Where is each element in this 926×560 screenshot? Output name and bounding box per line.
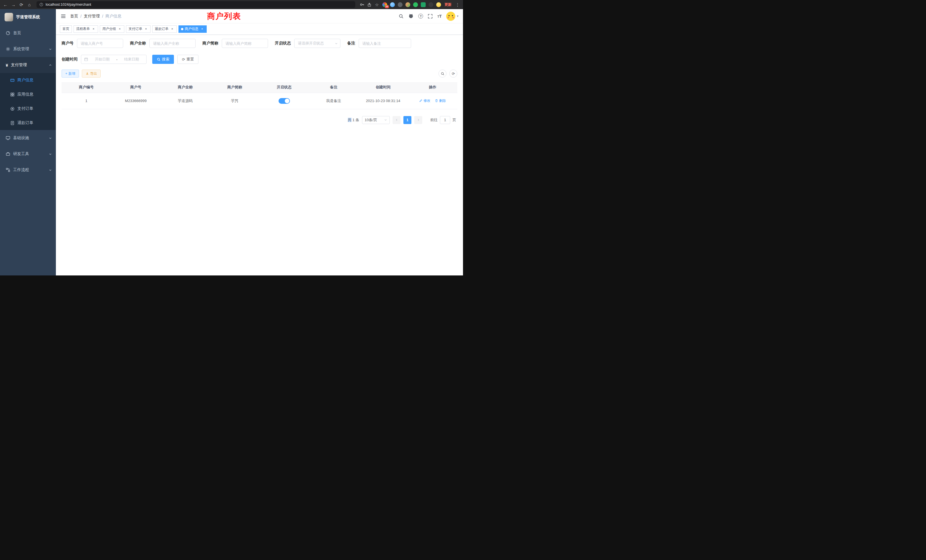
- sidebar-item-home[interactable]: 首页: [0, 25, 56, 41]
- chevron-up-icon: [49, 64, 52, 67]
- tab-label: 用户分组: [102, 27, 116, 31]
- tab-close-icon[interactable]: ×: [200, 27, 204, 31]
- fullscreen-icon[interactable]: [428, 14, 433, 19]
- app-logo[interactable]: 芋道管理系统: [0, 9, 56, 25]
- hamburger-icon[interactable]: [61, 14, 66, 19]
- sidebar-item-refund-orders[interactable]: 退款订单: [0, 116, 56, 130]
- sidebar-item-merchant-info[interactable]: 商户信息: [0, 73, 56, 87]
- help-icon[interactable]: ?: [418, 14, 423, 18]
- col-merchant-id: 商户编号: [62, 82, 111, 93]
- reload-icon[interactable]: ⟳: [19, 3, 24, 7]
- home-icon[interactable]: ⌂: [27, 3, 32, 7]
- forward-icon[interactable]: →: [11, 3, 16, 7]
- breadcrumb-section[interactable]: 支付管理: [84, 14, 100, 19]
- next-page-button[interactable]: [414, 116, 422, 124]
- full-name-input[interactable]: [150, 39, 195, 48]
- tab-process-form[interactable]: 流程表单 ×: [74, 26, 98, 33]
- avatar-extension-icon[interactable]: [406, 2, 410, 7]
- dark-circle-extension-icon[interactable]: [398, 2, 402, 7]
- table-toolbar: + 新增 导出: [62, 70, 457, 77]
- site-info-icon[interactable]: [39, 3, 43, 6]
- sidebar-item-label: 退款订单: [17, 120, 33, 126]
- url-bar[interactable]: localhost:1024/pay/merchant: [36, 1, 355, 8]
- create-time-label: 创建时间: [62, 57, 77, 62]
- bookmark-star-icon[interactable]: ☆: [374, 3, 380, 7]
- sidebar-item-dev-tools[interactable]: 研发工具: [0, 146, 56, 162]
- back-icon[interactable]: ←: [3, 3, 8, 7]
- sidebar-item-workflow[interactable]: 工作流程: [0, 162, 56, 178]
- goto-page-input[interactable]: [440, 116, 450, 124]
- grid-icon: [10, 92, 15, 97]
- tab-user-group[interactable]: 用户分组 ×: [100, 26, 124, 33]
- sidebar-menu: 首页 系统管理 ¥ 支付管理: [0, 25, 56, 275]
- page-size-select[interactable]: 10条/页: [362, 116, 390, 124]
- tab-payment-orders[interactable]: 支付订单 ×: [126, 26, 151, 33]
- edit-button[interactable]: 修改: [419, 98, 430, 103]
- tab-refund-orders[interactable]: 退款订单 ×: [152, 26, 177, 33]
- font-size-icon[interactable]: TT: [437, 14, 442, 19]
- status-label: 开启状态: [275, 41, 291, 46]
- cell-short-name: 芋艿: [210, 93, 260, 109]
- sidebar-item-label: 基础设施: [13, 135, 29, 141]
- delete-button-label: 删除: [439, 98, 446, 103]
- browser-update-button[interactable]: 更新: [444, 2, 452, 7]
- search-button[interactable]: 搜索: [152, 55, 174, 64]
- sidebar-item-payment[interactable]: ¥ 支付管理: [0, 57, 56, 73]
- tab-label: 退款订单: [155, 27, 168, 31]
- pinwheel-extension-icon[interactable]: [428, 2, 433, 7]
- tab-merchant-info[interactable]: 商户信息 ×: [179, 26, 207, 33]
- browser-actions: ☆ 10 更新 ⋮: [360, 2, 460, 7]
- search-icon[interactable]: [399, 14, 404, 19]
- target-icon: [10, 107, 15, 111]
- add-button[interactable]: + 新增: [62, 70, 79, 77]
- green-circle-extension-icon[interactable]: [413, 2, 418, 7]
- search-icon: [441, 72, 445, 76]
- export-button[interactable]: 导出: [82, 70, 101, 77]
- tab-close-icon[interactable]: ×: [118, 27, 122, 31]
- create-time-range-picker[interactable]: 开始日期 - 结束日期: [81, 55, 147, 64]
- github-icon[interactable]: [408, 14, 414, 19]
- prev-page-button[interactable]: [393, 116, 401, 124]
- emoji-extension-icon[interactable]: [436, 2, 441, 7]
- status-toggle[interactable]: [278, 98, 290, 104]
- bottom-strip: [0, 275, 463, 280]
- status-select[interactable]: 请选择开启状态: [294, 39, 340, 48]
- date-end-placeholder: 结束日期: [120, 57, 144, 62]
- chevron-down-icon: [335, 42, 338, 45]
- extension-badge: 10: [385, 5, 389, 8]
- credit-card-icon: [10, 78, 15, 82]
- tab-close-icon[interactable]: ×: [144, 27, 148, 31]
- refresh-table-button[interactable]: ⟳: [449, 70, 457, 77]
- short-name-input[interactable]: [222, 39, 268, 48]
- sidebar-item-system[interactable]: 系统管理: [0, 41, 56, 57]
- delete-button[interactable]: 删除: [435, 98, 446, 103]
- page-1-button[interactable]: 1: [403, 116, 412, 124]
- font-size-large: T: [439, 14, 442, 18]
- reset-button[interactable]: ⟳ 重置: [177, 55, 198, 64]
- toolbox-icon: [6, 152, 10, 156]
- reset-button-label: 重置: [186, 57, 194, 62]
- col-remark: 备注: [309, 82, 359, 93]
- sidebar-item-app-info[interactable]: 应用信息: [0, 87, 56, 101]
- toggle-search-button[interactable]: [439, 70, 446, 77]
- breadcrumb: 首页 / 支付管理 / 商户信息: [70, 14, 121, 19]
- water-drop-extension-icon[interactable]: [390, 2, 395, 7]
- user-menu[interactable]: ▾: [446, 12, 458, 21]
- browser-menu-icon[interactable]: ⋮: [455, 3, 460, 7]
- app-title: 芋道管理系统: [16, 15, 40, 20]
- sidebar-item-infrastructure[interactable]: 基础设施: [0, 130, 56, 146]
- remark-input[interactable]: [359, 39, 411, 48]
- share-icon[interactable]: [367, 3, 371, 7]
- cell-remark: 我是备注: [309, 93, 359, 109]
- trash-icon: [435, 99, 438, 102]
- plus-icon: +: [65, 71, 67, 76]
- breadcrumb-home[interactable]: 首页: [70, 14, 78, 19]
- tab-home[interactable]: 首页: [60, 26, 72, 33]
- tab-close-icon[interactable]: ×: [92, 27, 95, 31]
- password-key-icon[interactable]: [360, 2, 365, 7]
- notes-extension-icon[interactable]: [421, 2, 426, 7]
- sidebar-item-payment-orders[interactable]: 支付订单: [0, 101, 56, 116]
- tab-close-icon[interactable]: ×: [170, 27, 174, 31]
- extension-grid-icon[interactable]: 10: [382, 2, 387, 7]
- merchant-no-input[interactable]: [77, 39, 123, 48]
